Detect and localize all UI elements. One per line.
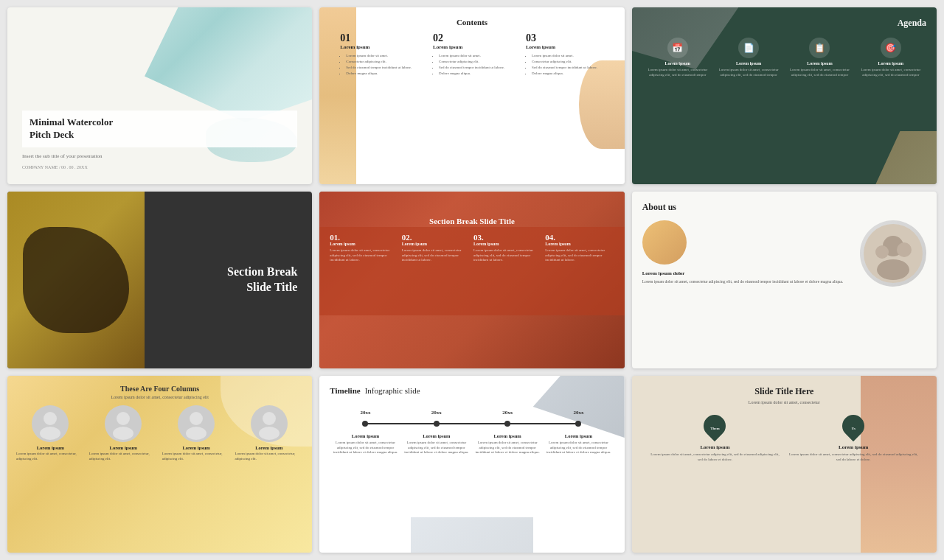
slide-5: Section Break Slide Title 01. Lorem ipsu… [319, 192, 624, 368]
item-num-2: 02. [402, 233, 471, 242]
pin-title-them: Lorem ipsum [700, 444, 729, 450]
contents-col-3: 03 Lorem ipsum Lorem ipsum dolor sit ame… [526, 32, 614, 77]
timeline-container: 20xx 20xx 20xx 20xx Lorem ipsum Lorem ip… [330, 410, 614, 455]
watercolor-bg-1 [145, 7, 312, 122]
slide-4-line1: Section Break [227, 265, 297, 278]
slide-5-item-2: 02. Lorem ipsum Lorem ipsum dolor sit am… [402, 233, 471, 263]
timeline-items: Lorem ipsum Lorem ipsum dolor sit amet, … [330, 433, 614, 455]
col-num-3: 03 [526, 32, 614, 44]
timeline-item-3: Lorem ipsum Lorem ipsum dolor sit amet, … [472, 433, 543, 455]
col-title-1: Lorem ipsum [340, 44, 428, 50]
svg-point-6 [44, 412, 57, 425]
col-name-1: Lorem ipsum [37, 445, 64, 450]
slide-9-heading: Slide Title Here [642, 386, 926, 397]
item-num-4: 04. [545, 233, 614, 242]
slide-2: Contents 01 Lorem ipsum Lorem ipsum dolo… [319, 7, 624, 184]
pin-label-us: Us [851, 427, 856, 430]
slide-5-item-4: 04. Lorem ipsum Lorem ipsum dolor sit am… [545, 233, 614, 263]
agenda-icons: 📅 Lorem ipsum Lorem ipsum dolor sit amet… [642, 38, 926, 77]
four-col-2: Lorem ipsum Lorem ipsum dolor sit amet, … [89, 405, 158, 461]
timeline-item-4: Lorem ipsum Lorem ipsum dolor sit amet, … [543, 433, 614, 455]
timeline-title-light: Infographic slide [365, 386, 420, 395]
pin-us: Us Lorem ipsum Lorem ipsum dolor sit ame… [788, 415, 919, 462]
pin-body-them: Lorem ipsum dolor sit amet, consectetur … [650, 452, 781, 462]
col-body-1: Lorem ipsum dolor sit amet. Consectetur … [340, 53, 428, 76]
col-title-3: Lorem ipsum [526, 44, 614, 50]
heading-end-9: Here [793, 386, 813, 396]
slide-9: Slide Title Here Lorem ipsum dolor sit a… [632, 376, 937, 553]
watercolor-br-3 [875, 131, 937, 184]
slide-7-heading: These Are Four Columns [16, 385, 303, 393]
col-name-4: Lorem ipsum [255, 445, 282, 450]
item-num-1: 01. [330, 233, 398, 242]
agenda-body-3: Lorem ipsum dolor sit amet, consectetur … [788, 68, 851, 77]
col-name-2: Lorem ipsum [110, 445, 137, 450]
year-3: 20xx [472, 410, 543, 416]
item-body-2: Lorem ipsum dolor sit amet, consectetur … [402, 248, 471, 263]
item-label-2: Lorem ipsum [402, 242, 471, 246]
year-4: 20xx [543, 410, 614, 416]
about-circle-body: Lorem ipsum dolor sit amet, consectetur … [642, 279, 854, 285]
agenda-body-1: Lorem ipsum dolor sit amet, consectetur … [646, 68, 709, 77]
col-img-4 [251, 405, 288, 442]
timeline-header: Timeline Infographic slide [330, 386, 614, 395]
tl-body-3: Lorem ipsum dolor sit amet, consectetur … [472, 441, 543, 455]
col-desc-3: Lorem ipsum dolor sit amet, consectetur,… [162, 452, 231, 461]
slide-5-heading: Section Break Slide Title [330, 217, 614, 225]
slide-8: Timeline Infographic slide 20xx 20xx 20x… [319, 376, 624, 553]
heading-normal-9: Slide [754, 386, 775, 396]
timeline-item-1: Lorem ipsum Lorem ipsum dolor sit amet, … [330, 433, 400, 455]
col-img-3 [178, 405, 215, 442]
slide-grid: Minimal WatercolorPitch Deck Insert the … [0, 0, 944, 560]
svg-point-7 [40, 427, 60, 440]
agenda-icon-1: 📅 [667, 38, 688, 58]
svg-point-2 [877, 259, 909, 280]
contents-col-2: 02 Lorem ipsum Lorem ipsum dolor sit ame… [433, 32, 521, 77]
agenda-body-4: Lorem ipsum dolor sit amet, consectetur … [859, 68, 922, 77]
svg-point-9 [117, 412, 130, 425]
col-body-2: Lorem ipsum dolor sit amet. Consectetur … [433, 53, 521, 76]
year-2: 20xx [401, 410, 472, 416]
agenda-body-2: Lorem ipsum dolor sit amet, consectetur … [718, 68, 780, 77]
item-label-3: Lorem ipsum [473, 242, 542, 246]
col-body-3: Lorem ipsum dolor sit amet. Consectetur … [526, 53, 614, 76]
timeline-item-2: Lorem ipsum Lorem ipsum dolor sit amet, … [401, 433, 472, 455]
tl-body-1: Lorem ipsum dolor sit amet, consectetur … [330, 441, 400, 455]
svg-point-13 [186, 427, 206, 440]
four-col-3: Lorem ipsum Lorem ipsum dolor sit amet, … [162, 405, 231, 461]
pin-body-us: Lorem ipsum dolor sit amet, consectetur … [788, 452, 919, 462]
item-body-3: Lorem ipsum dolor sit amet, consectetur … [473, 248, 542, 263]
slide-1-title: Minimal WatercolorPitch Deck [30, 116, 290, 141]
four-col-4: Lorem ipsum Lorem ipsum dolor sit amet, … [235, 405, 303, 461]
slide-5-items: 01. Lorem ipsum Lorem ipsum dolor sit am… [330, 233, 614, 263]
svg-point-15 [263, 412, 276, 425]
slide-4: Section Break Slide Title [7, 192, 312, 368]
about-circle [642, 220, 687, 265]
slide-1-subtitle: Insert the sub title of your presentatio… [22, 153, 297, 159]
heading-bold-7: Four Columns [153, 385, 199, 393]
year-1: 20xx [330, 410, 400, 416]
slide-6: About us Lorem ipsum dolor Lorem ipsum d… [632, 192, 937, 368]
col-desc-4: Lorem ipsum dolor sit amet, consectetur,… [235, 452, 303, 461]
agenda-item-1: 📅 Lorem ipsum Lorem ipsum dolor sit amet… [646, 38, 709, 77]
slide-2-heading: Contents [330, 18, 614, 27]
agenda-icon-3: 📋 [809, 38, 830, 58]
tl-title-3: Lorem ipsum [494, 433, 521, 438]
agenda-label-3: Lorem ipsum [807, 61, 832, 66]
pin-shape-us: Us [842, 415, 864, 441]
slide-4-title: Section Break Slide Title [146, 265, 297, 295]
slide-1-company: COMPANY NAME / 00 . 00 . 20XX [22, 165, 297, 169]
wc-bottom-8 [411, 517, 532, 553]
about-left: Lorem ipsum dolor Lorem ipsum dolor sit … [642, 220, 854, 285]
tl-body-4: Lorem ipsum dolor sit amet, consectetur … [543, 441, 614, 455]
svg-point-10 [113, 427, 133, 440]
agenda-item-4: 🎯 Lorem ipsum Lorem ipsum dolor sit amet… [859, 38, 922, 77]
col-desc-2: Lorem ipsum dolor sit amet, consectetur,… [89, 452, 158, 461]
item-num-3: 03. [473, 233, 542, 242]
slide-3-heading: Agenda [642, 18, 926, 29]
slide-5-item-1: 01. Lorem ipsum Lorem ipsum dolor sit am… [330, 233, 398, 263]
svg-point-3 [897, 242, 912, 257]
pin-shape-them: Them [704, 415, 726, 441]
agenda-item-3: 📋 Lorem ipsum Lorem ipsum dolor sit amet… [788, 38, 851, 77]
about-circle-title: Lorem ipsum dolor [642, 270, 854, 276]
